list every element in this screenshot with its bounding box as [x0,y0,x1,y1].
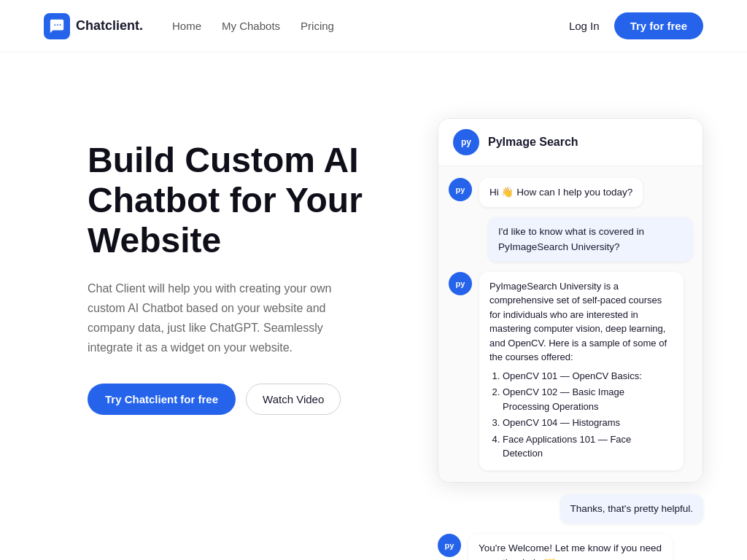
nav-links: Home My Chabots Pricing [172,20,334,33]
bot-course-list: OpenCV 101 — OpenCV Basics: OpenCV 102 —… [489,369,673,461]
bot-text-1: Hi 👋 How can I help you today? [489,187,632,198]
chat-demo: py PyImage Search py Hi 👋 How can I help… [438,111,703,560]
chatclient-logo-svg [49,18,65,34]
main-content: Build Custom AI Chatbot for Your Website… [0,52,747,560]
chat-header-title: PyImage Search [488,136,578,149]
bot-avatar-2: py [449,272,472,295]
bot-avatar-text-3: py [445,541,454,550]
chat-header-avatar-text: py [461,137,471,147]
user-text-2: Thanks, that's pretty helpful. [570,503,693,514]
nav-pricing[interactable]: Pricing [301,20,334,32]
bot-bubble-long: PyImageSearch University is a comprehens… [479,272,684,470]
chat-messages: py Hi 👋 How can I help you today? I'd li… [438,166,703,482]
message-4: Thanks, that's pretty helpful. [438,494,703,524]
chat-outside: Thanks, that's pretty helpful. py You're… [438,494,703,560]
chat-header: py PyImage Search [438,119,703,166]
bot-long-intro: PyImageSearch University is a comprehens… [489,281,667,363]
bot-bubble-1: Hi 👋 How can I help you today? [479,178,643,207]
login-button[interactable]: Log In [569,20,600,32]
cta-primary-button[interactable]: Try Chatclient for free [88,384,236,415]
brand-name: Chatclient. [76,18,143,34]
course-item-3: OpenCV 104 — Histograms [503,416,673,430]
hero-buttons: Try Chatclient for free Watch Video [88,384,394,415]
hero-subtext: Chat Client will help you with creating … [88,279,365,358]
chat-window: py PyImage Search py Hi 👋 How can I help… [438,118,703,483]
hero-section: Build Custom AI Chatbot for Your Website… [88,111,394,415]
nav-right: Log In Try for free [569,12,703,39]
nav-home[interactable]: Home [172,20,201,32]
message-3: py PyImageSearch University is a compreh… [449,272,692,470]
bot-avatar-text-1: py [456,185,465,194]
nav-mychabots[interactable]: My Chabots [222,20,280,32]
message-1: py Hi 👋 How can I help you today? [449,178,692,207]
message-2: I'd like to know what is covered in PyIm… [449,217,692,262]
course-item-4: Face Applications 101 — Face Detection [503,432,673,461]
navbar: Chatclient. Home My Chabots Pricing Log … [0,0,747,52]
bot-text-3: You're Welcome! Let me know if you need … [479,542,662,560]
user-bubble-2: Thanks, that's pretty helpful. [560,494,703,524]
course-item-1: OpenCV 101 — OpenCV Basics: [503,369,673,384]
hero-headline: Build Custom AI Chatbot for Your Website [88,140,394,261]
message-5: py You're Welcome! Let me know if you ne… [438,534,703,560]
try-free-button[interactable]: Try for free [614,12,703,39]
bot-avatar-text-2: py [456,279,465,288]
user-text-1: I'd like to know what is covered in PyIm… [498,226,644,252]
logo-icon [44,13,70,39]
bot-avatar-1: py [449,178,472,201]
logo[interactable]: Chatclient. [44,13,143,39]
bot-bubble-3: You're Welcome! Let me know if you need … [468,534,673,560]
bot-avatar-3: py [438,534,461,557]
chat-header-avatar: py [453,129,479,155]
cta-secondary-button[interactable]: Watch Video [246,384,341,415]
user-bubble-1: I'd like to know what is covered in PyIm… [488,217,692,262]
course-item-2: OpenCV 102 — Basic Image Processing Oper… [503,385,673,413]
nav-left: Chatclient. Home My Chabots Pricing [44,13,334,39]
